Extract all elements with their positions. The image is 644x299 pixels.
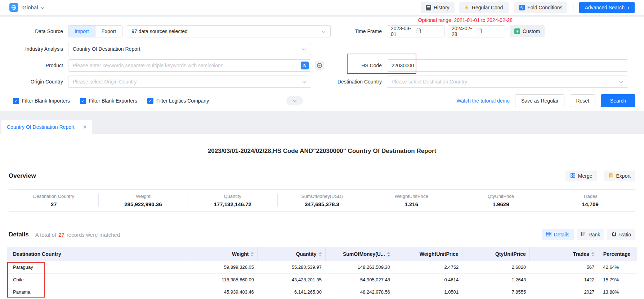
cell-qty-unit-price: 2.6820 [462, 261, 529, 273]
tutorial-demo-link[interactable]: Watch the tutorial demo [457, 98, 510, 104]
fold-conditions-button[interactable]: Fold Conditions [514, 2, 567, 13]
hs-code-input[interactable] [387, 59, 628, 72]
col-percentage: Percentage [598, 247, 637, 261]
stat-value: 1.216 [404, 201, 418, 207]
col-sum-of-money[interactable]: SumOfMoney(U... [325, 247, 394, 261]
stat-label: Trades [583, 194, 598, 199]
export-option[interactable]: Export [95, 26, 122, 37]
cell-sum-of-money: 148,263,509.30 [325, 261, 394, 273]
divider [573, 3, 573, 12]
search-actions: Watch the tutorial demo Save as Regular … [457, 94, 635, 107]
product-hscode-row: Product A HS Code [0, 59, 635, 72]
industry-analysis-row: Industry Analysis Country Of Destination… [0, 43, 635, 55]
col-quantity[interactable]: Quantity [258, 247, 325, 261]
cell-quantity: 6,141,265.80 [258, 286, 325, 298]
industry-analysis-value: Country Of Destination Report [73, 46, 302, 52]
filter-checkboxes: ✓ Filter Blank Importers ✓ Filter Blank … [13, 98, 209, 104]
cell-percentage: 15.79% [598, 273, 637, 286]
tab-title: Country Of Destination Report [7, 124, 75, 130]
stat-label: WeightUnitPrice [395, 194, 428, 199]
destination-country-field: Please select Destination Country [387, 76, 628, 88]
top-bar: Global History ★ Regular Cond. Fold Cond… [0, 0, 644, 15]
save-as-regular-button[interactable]: Save as Regular [515, 94, 565, 107]
close-icon[interactable]: ✕ [82, 124, 87, 130]
tab-strip: Country Of Destination Report ✕ [0, 111, 644, 134]
history-button[interactable]: History [421, 2, 455, 13]
cell-sum-of-money: 48,242,978.56 [325, 286, 394, 298]
merge-icon [570, 173, 576, 179]
export-button[interactable]: Export [604, 171, 635, 181]
reset-button[interactable]: Reset [570, 94, 595, 107]
stat-quantity: Quantity 177,132,146.72 [188, 194, 277, 207]
cell-sum-of-money: 54,905,027.48 [325, 273, 394, 286]
cell-weight: 118,985,660.09 [190, 273, 258, 286]
table-header-row: Destination Country Weight Quantity SumO… [7, 247, 637, 261]
cell-trades: 1422 [529, 273, 598, 286]
stat-value: 177,132,146.72 [214, 201, 251, 207]
view-rank-button[interactable]: Rank [577, 229, 605, 240]
data-sources-select[interactable]: 97 data sources selected [127, 25, 331, 37]
stat-label: Quantity [224, 194, 241, 199]
cell-qty-unit-price: 1.2643 [462, 273, 529, 286]
stat-value: 27 [51, 201, 57, 207]
filter-logitics-company-checkbox[interactable]: ✓ Filter Logitics Company [147, 98, 209, 104]
col-qty-unit-price-label: QtyUnitPrice [495, 251, 526, 257]
regular-cond-button[interactable]: ★ Regular Cond. [459, 2, 510, 13]
tab-country-of-destination-report[interactable]: Country Of Destination Report ✕ [1, 120, 92, 134]
regular-cond-label: Regular Cond. [472, 5, 504, 10]
custom-range-button[interactable]: ✳ Custom [510, 25, 545, 37]
industry-analysis-select[interactable]: Country Of Destination Report [68, 43, 311, 55]
col-trades[interactable]: Trades [529, 247, 598, 261]
industry-analysis-label: Industry Analysis [0, 46, 63, 52]
start-date-input[interactable]: 2023-03-01 [387, 25, 444, 37]
filter-blank-importers-label: Filter Blank Importers [22, 98, 70, 104]
data-source-label: Data Source [0, 28, 63, 34]
advanced-search-button[interactable]: Advanced Search › [579, 2, 635, 13]
table-row-chile[interactable]: Chile 118,985,660.09 43,428,201.35 54,90… [7, 273, 637, 286]
sort-icon[interactable] [319, 252, 322, 257]
cell-quantity: 55,280,539.97 [258, 261, 325, 273]
origin-country-select[interactable]: Please select Origin Country [68, 76, 311, 88]
chevron-down-icon[interactable] [40, 4, 45, 11]
destination-country-select[interactable]: Please select Destination Country [387, 76, 628, 88]
sort-icon-active-desc[interactable] [387, 252, 390, 257]
cell-trades: 567 [529, 261, 598, 273]
origin-country-placeholder: Please select Origin Country [73, 79, 302, 85]
import-option[interactable]: Import [68, 26, 95, 37]
fold-conditions-label: Fold Conditions [527, 5, 562, 10]
summary-prefix: A total of [35, 232, 56, 238]
view-ratio-button[interactable]: Ratio [607, 229, 635, 240]
product-keywords-input[interactable] [68, 59, 311, 72]
cell-weight: 45,939,483.46 [190, 286, 258, 298]
filter-blank-importers-checkbox[interactable]: ✓ Filter Blank Importers [13, 98, 70, 104]
donut-chart-icon [612, 232, 617, 238]
cell-country: Panama [7, 286, 190, 298]
search-button[interactable]: Search [601, 94, 635, 107]
report-title: 2023/03/01-2024/02/28,HS Code AND"220300… [0, 134, 644, 155]
cell-weight-unit-price: 1.0501 [394, 286, 462, 298]
product-input-wrap: A [68, 59, 311, 72]
region-selector-label[interactable]: Global [22, 4, 38, 10]
table-row-paraguay[interactable]: Paraguay 59,899,326.05 55,280,539.97 148… [7, 261, 637, 273]
table-row-panama[interactable]: Panama 45,939,483.46 6,141,265.80 48,242… [7, 286, 637, 298]
merge-button[interactable]: Merge [565, 171, 597, 181]
chevron-down-icon [302, 79, 307, 85]
collapse-conditions-button[interactable] [286, 96, 303, 105]
filter-panel: Optional range: 2021-01-01 to 2024-02-28… [0, 17, 644, 111]
stat-value: 14,709 [582, 201, 599, 207]
translate-icon[interactable]: A [301, 62, 309, 69]
view-details-label: Details [554, 232, 569, 237]
end-date-input[interactable]: 2024-02-28 [448, 25, 505, 37]
sort-icon[interactable] [591, 252, 594, 257]
summary-suffix: records were matched [67, 232, 120, 238]
stat-value: 347,685,378.3 [305, 201, 339, 207]
filter-blank-exporters-checkbox[interactable]: ✓ Filter Blank Exporters [80, 98, 137, 104]
view-details-button[interactable]: Details [542, 229, 574, 240]
data-source-row: Data Source Import Export 97 data source… [0, 25, 635, 37]
optional-range-text: Optional range: 2021-01-01 to 2024-02-28 [384, 17, 547, 23]
col-weight[interactable]: Weight [190, 247, 258, 261]
filter-logitics-company-label: Filter Logitics Company [156, 98, 209, 104]
sort-icon[interactable] [251, 252, 254, 257]
end-date-value: 2024-02-28 [452, 26, 477, 37]
custom-icon: ✳ [514, 28, 520, 34]
